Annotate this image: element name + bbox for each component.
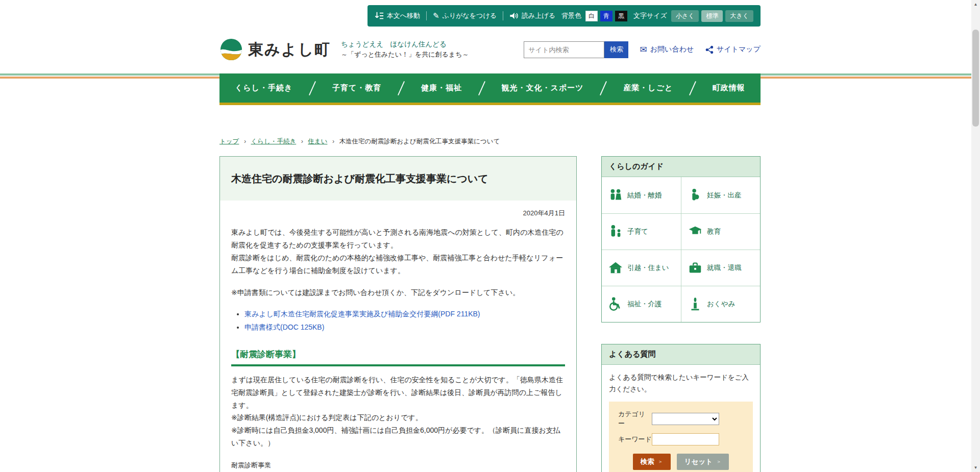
scroll-down-icon[interactable]: ▼: [971, 463, 980, 472]
bg-color-white-button[interactable]: 白: [585, 11, 598, 21]
nav-item-kosodate[interactable]: 子育て・教育: [332, 83, 381, 93]
nav-separator: [689, 81, 696, 95]
font-size-standard-button[interactable]: 標準: [701, 10, 723, 22]
education-icon: [688, 224, 703, 239]
contact-link[interactable]: ✉ お問い合わせ: [640, 45, 694, 54]
life-guide-grid: 結婚・離婚 妊娠・出産 子育て: [602, 177, 760, 322]
guide-item-label: 教育: [707, 227, 721, 236]
faq-description: よくある質問で検索したいキーワードをご入力ください。: [609, 372, 753, 395]
site-search-button[interactable]: 検索: [604, 41, 628, 58]
faq-category-row: カテゴリー: [615, 410, 747, 428]
guide-item-label: 子育て: [627, 227, 648, 236]
background-color-label: 背景色: [561, 11, 581, 20]
nav-separator: [309, 81, 316, 95]
guide-item-label: 引越・住まい: [627, 263, 669, 272]
guide-item-label: 就職・退職: [707, 263, 742, 272]
nav-item-chosei[interactable]: 町政情報: [713, 83, 745, 93]
nav-item-kenko[interactable]: 健康・福祉: [421, 83, 462, 93]
site-search: 検索: [524, 41, 628, 58]
nav-item-sangyo[interactable]: 産業・しごと: [623, 83, 673, 93]
life-guide-box: くらしのガイド 結婚・離婚 妊娠・出産: [601, 156, 761, 322]
breadcrumb-home[interactable]: トップ: [219, 138, 239, 145]
employment-icon: [688, 260, 703, 276]
skip-to-content-label: 本文へ移動: [387, 11, 420, 20]
font-size-smaller-button[interactable]: 小さく: [671, 10, 699, 22]
background-color-group: 背景色 白 青 黒: [561, 11, 627, 21]
shindan-note-1: ※診断結果(構造評点)における判定表は下記のとおりです。: [231, 411, 565, 424]
site-search-input[interactable]: [524, 41, 604, 58]
childcare-icon: [608, 224, 623, 239]
article-body: 2020年4月1日 東みよし町では、今後発生する可能性が高いと予測される南海地震…: [220, 201, 576, 472]
font-size-group: 文字サイズ 小さく 標準 大きく: [633, 10, 753, 22]
faq-keyword-label: キーワード: [618, 435, 652, 444]
guide-item-marriage[interactable]: 結婚・離婚: [602, 177, 681, 213]
guide-item-moving[interactable]: 引越・住まい: [602, 250, 681, 286]
skip-to-content-link[interactable]: 本文へ移動: [375, 11, 420, 20]
main-navigation: くらし・手続き 子育て・教育 健康・福祉 観光・文化・スポーツ 産業・しごと 町…: [219, 73, 761, 105]
faq-body: よくある質問で検索したいキーワードをご入力ください。 カテゴリー キーワード 検…: [602, 365, 760, 472]
list-item: 東みよし町木造住宅耐震化促進事業実施及び補助金交付要綱(PDF 211KB): [244, 307, 565, 321]
table-caption: 耐震診断事業: [231, 461, 565, 470]
chevron-right-icon: ＞: [716, 458, 721, 465]
condolence-icon: [688, 296, 703, 312]
vertical-scrollbar: ▲ ▼: [971, 0, 980, 472]
main-columns: 木造住宅の耐震診断および耐震化工事支援事業について 2020年4月1日 東みよし…: [219, 156, 761, 472]
guide-item-employment[interactable]: 就職・退職: [681, 250, 760, 286]
font-size-larger-button[interactable]: 大きく: [725, 10, 753, 22]
life-guide-title: くらしのガイド: [602, 157, 760, 177]
breadcrumb: トップ › くらし・手続き › 住まい › 木造住宅の耐震診断および耐震化工事支…: [219, 137, 761, 146]
furigana-label: ふりがなをつける: [443, 11, 497, 20]
guide-item-label: 妊娠・出産: [707, 191, 742, 200]
faq-reset-button[interactable]: リセット ＞: [677, 454, 729, 470]
tagline-1: ちょうどええ ほなけん住んどる: [341, 39, 469, 49]
site-brand[interactable]: 東みよし町: [219, 38, 331, 61]
faq-search-button[interactable]: 検索 ＞: [633, 454, 671, 470]
download-link-doc[interactable]: 申請書様式(DOC 125KB): [244, 323, 324, 331]
download-link-pdf[interactable]: 東みよし町木造住宅耐震化促進事業実施及び補助金交付要綱(PDF 211KB): [244, 310, 480, 318]
guide-item-welfare[interactable]: 福祉・介護: [602, 286, 681, 322]
utility-divider: [426, 11, 427, 20]
breadcrumb-kurashi[interactable]: くらし・手続き: [251, 138, 297, 145]
guide-item-childcare[interactable]: 子育て: [602, 213, 681, 250]
read-aloud-link[interactable]: 読み上げる: [509, 11, 555, 20]
site-name: 東みよし町: [248, 39, 331, 60]
scroll-up-icon[interactable]: ▲: [971, 0, 980, 9]
breadcrumb-current: 木造住宅の耐震診断および耐震化工事支援事業について: [339, 138, 500, 145]
guide-item-pregnancy[interactable]: 妊娠・出産: [681, 177, 760, 213]
breadcrumb-separator: ›: [332, 138, 334, 145]
article-header: 木造住宅の耐震診断および耐震化工事支援事業について: [220, 157, 576, 201]
nav-separator: [478, 81, 485, 95]
intro-paragraph-1: 東みよし町では、今後発生する可能性が高いと予測される南海地震への対策として、町内…: [231, 226, 565, 252]
chevron-right-icon: ＞: [658, 458, 663, 465]
application-note: ※申請書類については建設課までお問い合わせ頂くか、下記をダウンロードして下さい。: [231, 286, 565, 299]
guide-item-label: 結婚・離婚: [627, 191, 662, 200]
scrollbar-thumb[interactable]: [972, 30, 979, 127]
sitemap-link[interactable]: サイトマップ: [705, 45, 761, 54]
faq-box: よくある質問 よくある質問で検索したいキーワードをご入力ください。 カテゴリー …: [601, 344, 761, 472]
download-links: 東みよし町木造住宅耐震化促進事業実施及び補助金交付要綱(PDF 211KB) 申…: [231, 307, 565, 334]
nav-item-kanko[interactable]: 観光・文化・スポーツ: [502, 83, 584, 93]
sidebar: くらしのガイド 結婚・離婚 妊娠・出産: [601, 156, 761, 472]
list-item: 申請書様式(DOC 125KB): [244, 320, 565, 334]
section-heading-shindan: 【耐震診断事業】: [231, 349, 565, 360]
guide-item-education[interactable]: 教育: [681, 213, 760, 250]
shindan-note-2: ※診断時には自己負担金3,000円、補強計画には自己負担金6,000円が必要です…: [231, 424, 565, 450]
intro-paragraph-2: 耐震診断をはじめ、耐震化のための本格的な補強改修工事や、耐震補強工事と合わせた手…: [231, 252, 565, 277]
nav-item-kurashi[interactable]: くらし・手続き: [235, 83, 292, 93]
faq-category-select[interactable]: [652, 413, 719, 425]
breadcrumb-sumai[interactable]: 住まい: [308, 138, 327, 145]
faq-button-row: 検索 ＞ リセット ＞: [615, 454, 747, 470]
pregnancy-icon: [688, 188, 703, 203]
town-logo-icon: [219, 38, 243, 61]
header-tools: 検索 ✉ お問い合わせ サイトマップ: [524, 41, 761, 58]
breadcrumb-separator: ›: [301, 138, 303, 145]
contact-label: お問い合わせ: [650, 45, 694, 54]
speaker-icon: [509, 11, 519, 20]
bg-color-black-button[interactable]: 黒: [615, 11, 627, 21]
furigana-link[interactable]: ✎ ふりがなをつける: [433, 11, 497, 20]
utility-divider: [503, 11, 503, 20]
faq-keyword-input[interactable]: [652, 433, 719, 445]
bg-color-blue-button[interactable]: 青: [600, 11, 612, 21]
page-title: 木造住宅の耐震診断および耐震化工事支援事業について: [231, 171, 565, 186]
guide-item-condolence[interactable]: おくやみ: [681, 286, 760, 322]
